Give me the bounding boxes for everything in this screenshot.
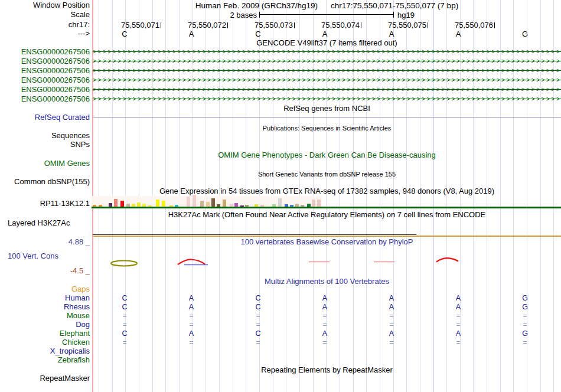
gencode-gene-arrows[interactable]: >>>>>>>>>>>>>>>>>>>>>>>>>>>>>>>>>>>>>>>>…: [93, 76, 561, 85]
gencode-gene-label[interactable]: ENSG00000267506: [21, 67, 90, 75]
gencode-gene-label[interactable]: ENSG00000267506: [21, 95, 90, 103]
omim-genes-label[interactable]: OMIM Genes: [44, 159, 90, 168]
gencode-gene-arrows[interactable]: >>>>>>>>>>>>>>>>>>>>>>>>>>>>>>>>>>>>>>>>…: [93, 57, 561, 66]
sequence-base: G: [522, 30, 528, 38]
alignment-cell: G: [522, 329, 528, 338]
ruler-tick: [161, 22, 161, 28]
ruler-tick: [361, 22, 361, 28]
assembly-label: Human Feb. 2009 (GRCh37/hg19): [195, 1, 318, 10]
alignment-cell: =: [456, 312, 460, 320]
omim-title: OMIM Gene Phenotypes - Dark Green Can Be…: [93, 151, 561, 159]
gtex-bar: [211, 198, 215, 207]
alignment-cell: =: [256, 321, 260, 329]
gencode-gene-label[interactable]: ENSG00000267506: [21, 86, 90, 94]
gtex-bar: [312, 200, 315, 207]
alignment-cell: A: [322, 303, 327, 311]
species-label[interactable]: Elephant: [60, 329, 90, 338]
sequence-base: C: [255, 30, 260, 38]
dbsnp-label[interactable]: Common dbSNP(155): [14, 178, 90, 186]
repeatmasker-label[interactable]: RepeatMasker: [40, 374, 90, 383]
gtex-bar: [223, 200, 226, 207]
phylop-min-label: -4.5 _: [70, 267, 90, 275]
alignment-cell: C: [122, 303, 127, 311]
gtex-gene-label[interactable]: RP11-13K12.1: [40, 200, 90, 208]
alignment-cell: A: [456, 303, 461, 311]
gencode-gene-arrows[interactable]: >>>>>>>>>>>>>>>>>>>>>>>>>>>>>>>>>>>>>>>>…: [93, 47, 561, 57]
alignment-cell: A: [456, 329, 461, 338]
alignment-cell: =: [322, 338, 327, 347]
alignment-cell: A: [389, 303, 394, 311]
gtex-bar: [278, 198, 282, 207]
ruler-position: 75,550,076: [455, 21, 495, 30]
alignment-cell: C: [255, 329, 260, 338]
gencode-gene-arrows[interactable]: >>>>>>>>>>>>>>>>>>>>>>>>>>>>>>>>>>>>>>>>…: [93, 66, 561, 76]
alignment-cell: G: [522, 303, 528, 311]
ruler-position: 75,550,071: [121, 21, 161, 30]
species-label[interactable]: Dog: [76, 321, 90, 329]
h3k27ac-title: H3K27Ac Mark (Often Found Near Active Re…: [93, 211, 561, 219]
gencode-gene-label[interactable]: ENSG00000267506: [21, 57, 90, 66]
phylop-title: 100 vertebrates Basewise Conservation by…: [93, 238, 561, 246]
species-label[interactable]: X_tropicalis: [50, 347, 90, 355]
h3k27ac-signal-black: [93, 234, 416, 235]
gaps-label[interactable]: Gaps: [71, 285, 90, 293]
direction-label: --->: [77, 30, 90, 38]
alignment-cell: =: [322, 321, 327, 329]
species-label[interactable]: Zebrafish: [58, 356, 90, 364]
gtex-bar: [120, 201, 124, 207]
alignment-cell: =: [523, 312, 527, 320]
genome-browser-image: Window Position Human Feb. 2009 (GRCh37/…: [0, 0, 561, 392]
alignment-cell: =: [122, 338, 126, 347]
alignment-cell: =: [189, 312, 193, 320]
alignment-cell: C: [255, 294, 260, 302]
alignment-cell: =: [189, 321, 193, 329]
position-label: chr17:75,550,071-75,550,077 (7 bp): [331, 1, 458, 10]
sequence-base: A: [456, 30, 461, 38]
gencode-gene-label[interactable]: ENSG00000267506: [21, 48, 90, 56]
alignment-cell: G: [522, 294, 528, 302]
scale-bar: [259, 12, 394, 18]
gencode-gene-arrows[interactable]: >>>>>>>>>>>>>>>>>>>>>>>>>>>>>>>>>>>>>>>>…: [93, 94, 561, 104]
gtex-bar: [162, 201, 165, 207]
alignment-cell: C: [122, 294, 127, 302]
ruler-tick: [428, 22, 428, 28]
refseq-title: RefSeq genes from NCBI: [93, 104, 561, 113]
sequence-base: A: [189, 30, 194, 38]
alignment-cell: A: [189, 294, 194, 302]
alignment-cell: =: [189, 338, 193, 347]
gtex-bar: [114, 199, 118, 207]
phylop-max-label: 4.88 _: [69, 238, 90, 246]
gencode-gene-label[interactable]: ENSG00000267506: [21, 76, 90, 84]
gencode-title: GENCODE V49lift37 (7 items filtered out): [93, 39, 561, 47]
alignment-cell: =: [523, 321, 527, 329]
ruler-position: 75,550,073: [255, 21, 295, 30]
snps-label[interactable]: SNPs: [70, 141, 90, 149]
species-label[interactable]: Mouse: [67, 312, 90, 320]
refseq-curated-label[interactable]: RefSeq Curated: [35, 113, 90, 122]
scale-value: 2 bases: [230, 11, 257, 19]
gencode-gene-arrows[interactable]: >>>>>>>>>>>>>>>>>>>>>>>>>>>>>>>>>>>>>>>>…: [93, 85, 561, 94]
refseq-track-line[interactable]: [93, 117, 561, 117]
multiz-title: Multiz Alignments of 100 Vertebrates: [93, 277, 561, 286]
ruler-position: 75,550,072: [188, 21, 228, 30]
alignment-cell: A: [389, 294, 394, 302]
species-label[interactable]: Chicken: [62, 338, 90, 347]
h3k27ac-label[interactable]: Layered H3K27Ac: [8, 219, 70, 227]
sequence-base: C: [122, 30, 127, 38]
ruler-tick: [294, 22, 295, 28]
chrom-label: chr17:: [69, 21, 90, 29]
alignment-cell: A: [389, 329, 394, 338]
gtex-bar: [156, 200, 159, 207]
sequences-label[interactable]: Sequences: [51, 132, 90, 140]
alignment-cell: =: [389, 312, 393, 320]
alignment-cell: =: [256, 338, 260, 347]
species-label[interactable]: Rhesus: [64, 303, 90, 311]
gtex-bar: [187, 197, 190, 207]
species-label[interactable]: Human: [65, 294, 90, 302]
genome-label: hg19: [397, 11, 415, 19]
sequence-base: A: [389, 30, 394, 38]
alignment-cell: A: [189, 303, 194, 311]
publications-title: Publications: Sequences in Scientific Ar…: [93, 124, 561, 132]
ruler-position: 75,550,074: [321, 21, 361, 30]
phylop-track-label[interactable]: 100 Vert. Cons: [8, 252, 58, 260]
